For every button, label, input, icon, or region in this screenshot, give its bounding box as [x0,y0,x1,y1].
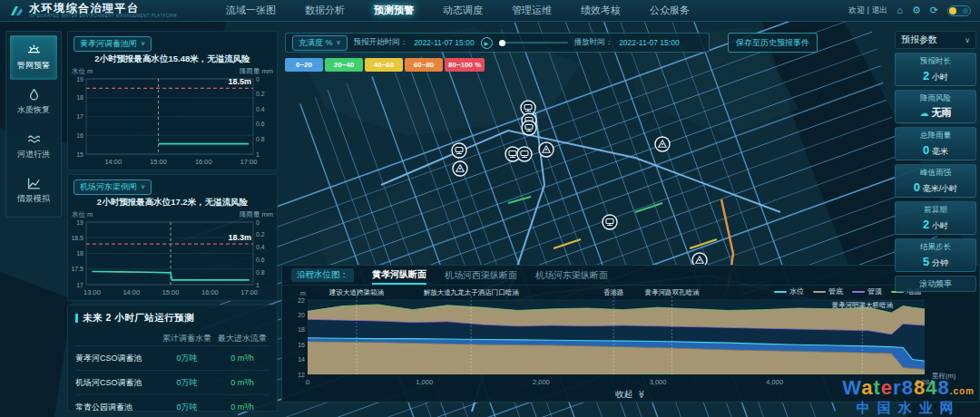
svg-text:0.8: 0.8 [256,269,265,276]
svg-text:0.4: 0.4 [256,106,265,112]
svg-text:水位 m: 水位 m [71,210,93,218]
nav-item-performance[interactable]: 绩效考核 [581,4,621,17]
svg-text:4,000: 4,000 [766,378,783,386]
legend-chip: 60~80 [405,58,443,72]
svg-text:14: 14 [298,356,305,363]
map-marker-gate[interactable] [517,147,532,161]
tab-airport-west-profile[interactable]: 机场河西渠纵断面 [445,267,517,284]
svg-text:降雨量 mm: 降雨量 mm [240,210,273,218]
theme-toggle[interactable] [947,5,971,16]
map-marker-gate[interactable] [452,143,466,158]
sidebar-item-scenario-simulation[interactable]: 情景模拟 [10,169,57,213]
play-button[interactable]: ▶ [481,37,493,49]
home-icon[interactable]: ⌂ [897,5,903,15]
svg-text:12: 12 [298,372,305,378]
svg-text:0.2: 0.2 [256,231,265,238]
rolling-frequency-button[interactable]: 滚动频率 [895,276,976,292]
svg-text:22: 22 [298,297,305,304]
tab-huangxiao-profile[interactable]: 黄孝河纵断面 [372,267,426,285]
slider-knob[interactable] [499,40,505,46]
svg-text:20: 20 [298,312,305,318]
forecast-params-panel: 预报参数∨ 预报时长 2小时 降雨风险 ☁无雨 总降雨量 0毫米 峰值雨强 0毫… [895,31,976,292]
svg-text:19: 19 [76,76,83,82]
svg-text:18.3m: 18.3m [228,233,251,242]
legend-chip: 40~60 [365,58,403,72]
tab-airport-east-profile[interactable]: 机场河东渠纵断面 [535,267,608,284]
svg-text:18.5m: 18.5m [228,77,251,86]
main-menu: 流域一张图 数据分析 预测预警 动态调度 管理运维 绩效考核 公众服务 [226,4,690,17]
station-forecast-title: 未来 2 小时厂站运行预测 [75,312,270,325]
refresh-icon[interactable]: ⟳ [930,5,938,15]
site-selector-1[interactable]: 黄孝河调蓄池闸∨ [74,36,152,52]
table-row[interactable]: 黄孝河CSO调蓄池 0万吨 0 m³/h [75,345,270,370]
svg-text:16: 16 [76,132,83,139]
user-logout-text[interactable]: 欢迎 | 退出 [848,5,887,16]
nav-item-forecast-warning[interactable]: 预测预警 [374,4,414,17]
forecast-params-header[interactable]: 预报参数∨ [895,31,976,49]
svg-text:2小时预报最高水位15.48米，无溢流风险: 2小时预报最高水位15.48米，无溢流风险 [94,53,250,63]
profile-panel-label: 沿程水位图： [291,268,354,282]
svg-text:0.6: 0.6 [256,121,265,127]
sidebar-item-label: 情景模拟 [17,193,50,205]
watermark-subtitle: 中国水业网 [842,401,975,414]
svg-text:m: m [300,290,306,296]
svg-text:解放大道九龙太子酒店门口暗涵: 解放大道九龙太子酒店门口暗涵 [424,288,519,296]
nav-item-public-service[interactable]: 公众服务 [650,4,690,17]
level-forecast-chart-1: 2小时预报最高水位15.48米，无溢流风险水位 m降雨量 mm191817161… [68,52,277,168]
gear-icon[interactable]: ⚙ [912,5,921,15]
svg-text:0.6: 0.6 [256,257,265,263]
nav-item-dynamic-dispatch[interactable]: 动态调度 [443,4,483,17]
svg-text:18: 18 [76,250,83,257]
svg-text:0.8: 0.8 [256,136,265,142]
svg-text:建设大道跨渠箱涵: 建设大道跨渠箱涵 [328,288,385,296]
watermark-logo: Water8848.com [842,378,975,398]
sidebar-item-river-flood[interactable]: 河道行洪 [10,124,57,169]
station-forecast-card: 未来 2 小时厂站运行预测 累计调蓄水量 最大进水流量 黄孝河CSO调蓄池 0万… [67,305,278,412]
svg-text:16: 16 [298,342,305,348]
map-marker-station[interactable] [453,161,467,176]
col-storage: 累计调蓄水量 [159,333,215,344]
sidebar-item-pipe-warning[interactable]: 管网预警 [10,35,57,80]
map-marker-station[interactable] [655,137,670,151]
map-marker-gate[interactable] [522,121,536,135]
chevron-down-icon: ∨ [337,39,341,46]
save-to-history-button[interactable]: 保存至历史预报事件 [728,33,818,53]
nav-item-data-analysis[interactable]: 数据分析 [305,4,345,17]
svg-text:0: 0 [256,219,260,226]
map-marker-gate[interactable] [603,215,617,229]
app-subtitle: INTEGRATED WATER ENVIRONMENT MANAGEMENT … [29,14,177,18]
nav-item-basin-map[interactable]: 流域一张图 [226,4,276,17]
svg-text:19: 19 [76,219,83,226]
start-time-label: 预报开始时间： [354,37,408,48]
left-sidebar: 管网预警 水质恢复 河道行洪 情景模拟 [5,31,62,218]
time-slider[interactable] [499,42,568,44]
map-marker-station[interactable] [539,142,554,157]
site-selector-2[interactable]: 机场河东渠倒闸∨ [74,179,152,195]
svg-text:黄孝河路双孔暗涵: 黄孝河路双孔暗涵 [645,288,701,296]
table-row[interactable]: 常青公园调蓄池 0万吨 0 m³/h [75,394,270,412]
svg-text:1: 1 [256,151,260,158]
svg-text:15:00: 15:00 [162,288,180,296]
table-row[interactable]: 机场河CSO调蓄池 0万吨 0 m³/h [75,370,270,394]
svg-text:15:00: 15:00 [150,158,167,166]
svg-text:1: 1 [256,282,260,288]
svg-text:17: 17 [76,282,83,288]
svg-text:2,000: 2,000 [533,378,550,386]
svg-text:13:00: 13:00 [83,288,101,296]
svg-text:15: 15 [76,151,83,158]
play-time-label: 播放时间： [574,37,613,48]
svg-text:0: 0 [306,378,309,386]
svg-text:14:00: 14:00 [104,158,122,166]
param-card-result-step: 结果步长 5分钟 [895,238,976,272]
table-header: 累计调蓄水量 最大进水流量 [75,331,270,345]
start-time-value[interactable]: 2022-11-07 15:00 [414,38,474,47]
water-drop-icon [27,88,41,102]
display-mode-select[interactable]: 充满度 %∨ [292,35,348,51]
sidebar-item-water-quality[interactable]: 水质恢复 [10,80,57,124]
legend-chip: 80~100 % [445,58,485,72]
param-card-peak-intensity: 峰值雨强 0毫米/小时 [895,164,976,198]
sidebar-item-label: 管网预警 [17,60,50,72]
param-card-precompute: 前算期 2小时 [895,201,976,235]
nav-item-operations[interactable]: 管理运维 [512,4,552,17]
longitudinal-profile-chart: 水位 管底 管顶 地面 222018161412建设大道跨渠箱涵解放大道九龙太子… [284,286,979,387]
